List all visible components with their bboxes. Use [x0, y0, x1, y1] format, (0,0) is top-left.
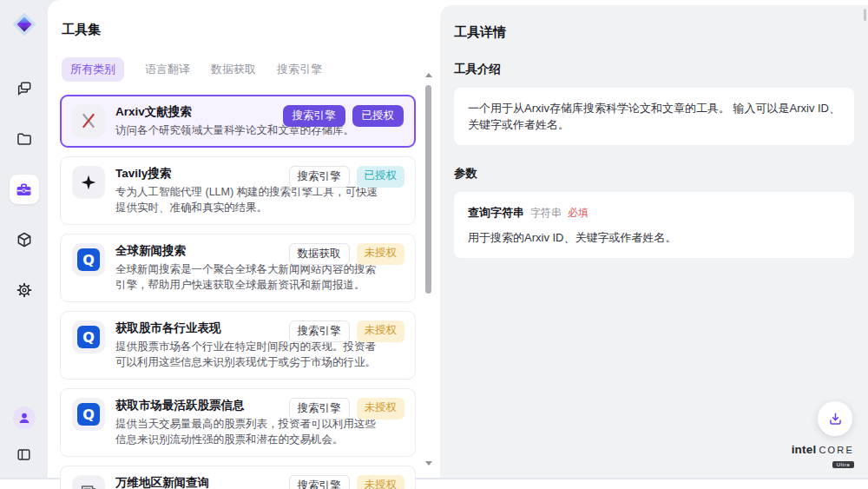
download-button[interactable]	[818, 401, 852, 436]
tab-all-categories[interactable]: 所有类别	[62, 57, 124, 82]
detail-area: 工具详情 工具介绍 一个用于从Arxiv存储库搜索科学论文和文章的工具。 输入可…	[438, 0, 868, 478]
tool-card-tavily[interactable]: Tavily搜索 专为人工智能代理 (LLM) 构建的搜索引擎工具，可快速提供实…	[60, 156, 416, 225]
gear-icon	[16, 281, 33, 299]
q-search-icon: Q	[77, 403, 100, 426]
tool-description: 提供当天交易量最高的股票列表，投资者可以利用这些信息来识别流动性强的股票和潜在的…	[115, 416, 404, 447]
scrollbar-thumb[interactable]	[425, 85, 431, 294]
auth-status-badge: 未授权	[357, 320, 405, 342]
params-heading: 参数	[454, 166, 854, 182]
tool-icon	[72, 104, 105, 137]
category-badge: 数据获取	[289, 243, 350, 265]
param-description: 用于搜索的Arxiv ID、关键字或作者姓名。	[468, 229, 840, 246]
chat-icon	[16, 80, 33, 97]
download-icon	[827, 411, 844, 427]
nav-files[interactable]	[10, 124, 39, 154]
toolbox-icon	[15, 181, 33, 199]
auth-status-badge: 未授权	[357, 243, 405, 265]
brand-ultra-badge: Ultra	[832, 461, 854, 468]
category-badge: 搜索引擎	[283, 105, 345, 127]
rail-nav	[10, 74, 39, 305]
detail-title: 工具详情	[454, 24, 854, 41]
q-search-icon: Q	[77, 248, 100, 271]
intel-core-logo: intel CORE Ultra	[792, 444, 854, 470]
category-badge: 搜索引擎	[289, 320, 350, 342]
auth-status-badge: 已授权	[357, 166, 405, 188]
tool-icon: Q	[72, 243, 105, 276]
detail-scrollbar[interactable]	[864, 9, 866, 21]
toolset-panel: 工具集 所有类别 语言翻译 数据获取 搜索引擎 Arxiv文献搜索 访问各个研究…	[48, 0, 438, 478]
nav-models[interactable]	[10, 225, 39, 254]
nav-toolset[interactable]	[10, 175, 39, 204]
tool-badges: 搜索引擎 已授权	[289, 166, 405, 188]
tool-card-regional-news[interactable]: 万维地区新闻查询 查询具体行政区划内的新闻，快速了解各地新闻动 搜索引擎 未授权	[60, 466, 416, 489]
scroll-down-arrow-icon[interactable]	[425, 461, 432, 466]
arxiv-x-icon	[79, 111, 98, 130]
list-scrollbar[interactable]	[424, 73, 433, 466]
diamond-logo-icon	[11, 11, 37, 37]
category-tabs: 所有类别 语言翻译 数据获取 搜索引擎	[62, 57, 416, 82]
layout-sidebar-icon	[16, 446, 32, 463]
auth-status-badge: 未授权	[357, 475, 405, 489]
spark-star-icon	[79, 173, 98, 192]
rail-bottom	[13, 406, 36, 466]
tool-badges: 搜索引擎 已授权	[283, 105, 404, 127]
intro-heading: 工具介绍	[454, 62, 854, 77]
newspaper-icon	[79, 482, 98, 489]
app-logo	[11, 11, 37, 37]
param-header: 查询字符串 字符串 必填	[468, 204, 840, 221]
tab-data-fetch[interactable]: 数据获取	[211, 62, 256, 77]
collapse-panel-button[interactable]	[13, 443, 36, 466]
tool-card-most-active-stocks[interactable]: Q 获取市场最活跃股票信息 提供当天交易量最高的股票列表，投资者可以利用这些信息…	[60, 388, 416, 457]
tab-translation[interactable]: 语言翻译	[145, 62, 190, 77]
tool-list: Arxiv文献搜索 访问各个研究领域大量科学论文和文章的存储库。 搜索引擎 已授…	[60, 95, 416, 489]
param-required-flag: 必填	[568, 205, 589, 221]
tool-badges: 数据获取 未授权	[289, 243, 405, 265]
tool-icon	[72, 166, 105, 199]
param-type: 字符串	[530, 205, 562, 221]
tool-description: 提供股票市场各个行业在特定时间段内的表现。投资者可以利用这些信息来识别表现优于或…	[115, 339, 404, 370]
app-window: 工具集 所有类别 语言翻译 数据获取 搜索引擎 Arxiv文献搜索 访问各个研究…	[0, 0, 868, 479]
nav-settings[interactable]	[10, 275, 39, 305]
person-icon	[17, 411, 31, 425]
param-name: 查询字符串	[468, 204, 524, 221]
tab-search-engine[interactable]: 搜索引擎	[277, 62, 322, 77]
scroll-up-arrow-icon[interactable]	[425, 73, 432, 77]
auth-status-badge: 未授权	[357, 398, 405, 420]
nav-chat[interactable]	[10, 74, 39, 103]
q-search-icon: Q	[77, 326, 100, 348]
brand-core-text: CORE	[819, 446, 854, 455]
category-badge: 搜索引擎	[289, 475, 350, 489]
tool-badges: 搜索引擎 未授权	[289, 320, 405, 342]
category-badge: 搜索引擎	[289, 398, 350, 420]
left-rail	[0, 0, 48, 478]
tool-card-sector-performance[interactable]: Q 获取股市各行业表现 提供股票市场各个行业在特定时间段内的表现。投资者可以利用…	[60, 311, 416, 380]
user-avatar[interactable]	[13, 406, 36, 429]
tool-description: 全球新闻搜索是一个聚合全球各大新闻网站内容的搜索引擎，帮助用户快速获取全球最新资…	[115, 261, 404, 293]
page-title: 工具集	[62, 22, 416, 38]
param-box: 查询字符串 字符串 必填 用于搜索的Arxiv ID、关键字或作者姓名。	[454, 192, 854, 258]
auth-status-badge: 已授权	[352, 105, 404, 127]
tool-description: 专为人工智能代理 (LLM) 构建的搜索引擎工具，可快速提供实时、准确和真实的结…	[115, 184, 404, 215]
category-badge: 搜索引擎	[289, 166, 350, 188]
tool-icon: Q	[72, 320, 105, 354]
tool-card-global-news[interactable]: Q 全球新闻搜索 全球新闻搜索是一个聚合全球各大新闻网站内容的搜索引擎，帮助用户…	[60, 234, 416, 302]
intro-box: 一个用于从Arxiv存储库搜索科学论文和文章的工具。 输入可以是Arxiv ID…	[454, 88, 854, 145]
cube-icon	[16, 231, 33, 248]
tool-icon	[72, 475, 105, 489]
tool-icon: Q	[72, 398, 105, 431]
tool-card-arxiv[interactable]: Arxiv文献搜索 访问各个研究领域大量科学论文和文章的存储库。 搜索引擎 已授…	[60, 95, 416, 148]
tool-detail-panel: 工具详情 工具介绍 一个用于从Arxiv存储库搜索科学论文和文章的工具。 输入可…	[440, 5, 868, 478]
brand-intel-text: intel	[792, 444, 817, 456]
tool-badges: 搜索引擎 未授权	[289, 475, 405, 489]
tool-badges: 搜索引擎 未授权	[289, 398, 405, 420]
folder-icon	[16, 130, 33, 148]
